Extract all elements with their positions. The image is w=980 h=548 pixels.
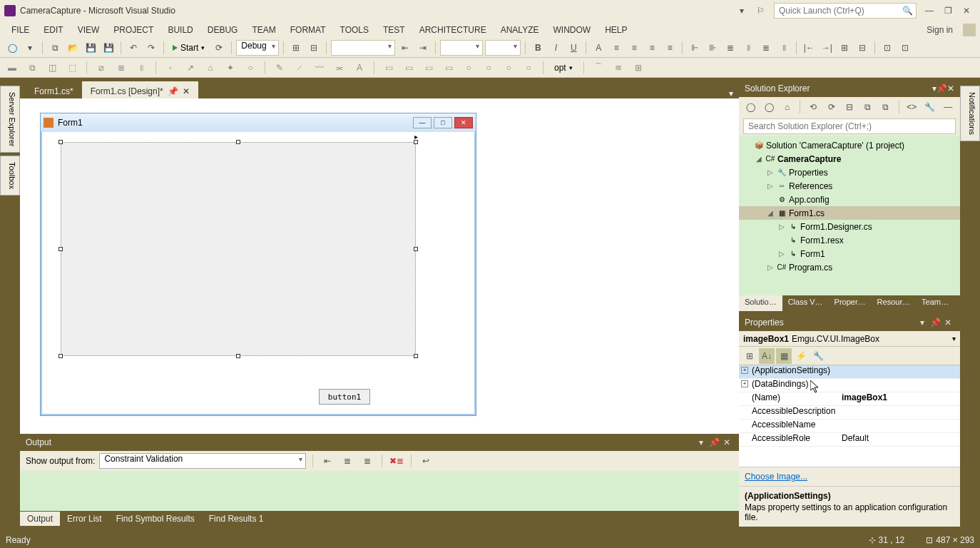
t2-19[interactable]: ▭ xyxy=(401,60,417,76)
se-collapse-icon[interactable]: ⊟ xyxy=(842,99,857,115)
se-tab-4[interactable]: Team… xyxy=(916,295,954,311)
t2-16[interactable]: ⫘ xyxy=(332,60,347,76)
tree-item-4[interactable]: ⚙App.config xyxy=(739,193,960,206)
layout-icon-2[interactable]: ⊪ xyxy=(705,40,720,56)
button1-control[interactable]: button1 xyxy=(319,389,370,405)
config-combo[interactable]: Debug xyxy=(236,40,279,56)
se-showall-icon[interactable]: ⧉ xyxy=(860,99,875,115)
server-explorer-tab[interactable]: Server Explorer xyxy=(0,86,20,153)
se-pin-icon[interactable]: 📌 xyxy=(936,83,947,93)
prop-row-0[interactable]: +(ApplicationSettings) xyxy=(739,365,960,379)
imagebox-control[interactable]: ▸ xyxy=(61,142,416,356)
tree-item-1[interactable]: ◢C#CameraCapture xyxy=(739,152,960,166)
menu-help[interactable]: HELP xyxy=(598,24,634,36)
t2-24[interactable]: ○ xyxy=(501,60,516,76)
t2-7[interactable]: ⫴ xyxy=(133,60,149,76)
menu-build[interactable]: BUILD xyxy=(160,24,200,36)
layout-icon-11[interactable]: ⊡ xyxy=(879,40,895,56)
layout-icon-4[interactable]: ⫴ xyxy=(740,40,756,56)
doc-tab-0[interactable]: Form1.cs* xyxy=(26,81,82,98)
t2-13[interactable]: ✎ xyxy=(272,60,287,76)
bottom-tab-output[interactable]: Output xyxy=(20,512,60,526)
menu-tools[interactable]: TOOLS xyxy=(333,24,376,36)
t2-27[interactable]: ≋ xyxy=(611,60,626,76)
doc-tab-1[interactable]: Form1.cs [Design]*📌✕ xyxy=(82,81,198,98)
se-tab-2[interactable]: Proper… xyxy=(829,295,872,311)
underline-icon[interactable]: U xyxy=(566,40,581,56)
bottom-tab-error-list[interactable]: Error List xyxy=(60,512,109,526)
search-icon[interactable]: 🔍 xyxy=(902,6,913,16)
t2-21[interactable]: ▭ xyxy=(441,60,456,76)
se-tab-3[interactable]: Resour… xyxy=(872,295,916,311)
se-sync-icon[interactable]: ⟲ xyxy=(805,99,820,115)
t2-4[interactable]: ⬚ xyxy=(64,60,80,76)
user-avatar-icon[interactable] xyxy=(963,24,976,36)
layout-icon-7[interactable]: |← xyxy=(801,40,817,56)
feedback-icon[interactable]: ▾ xyxy=(734,3,750,19)
panel-pin-icon[interactable]: 📌 xyxy=(708,436,720,449)
form-designer-window[interactable]: Form1 — □ ✕ ▸ xyxy=(40,113,476,416)
props-categorized-icon[interactable]: ⊞ xyxy=(742,348,757,364)
new-project-icon[interactable]: ⧉ xyxy=(47,40,63,56)
save-all-icon[interactable]: 💾 xyxy=(101,40,116,56)
undo-icon[interactable]: ↶ xyxy=(126,40,141,56)
notifications-tab[interactable]: Notifications xyxy=(960,86,980,141)
t2-5[interactable]: ⧄ xyxy=(93,60,109,76)
layout-icon-9[interactable]: ⊞ xyxy=(837,40,852,56)
tb-combo-2[interactable] xyxy=(440,40,483,56)
solution-explorer-tree[interactable]: 📦Solution 'CameraCapture' (1 project)◢C#… xyxy=(739,136,960,295)
italic-icon[interactable]: I xyxy=(548,40,563,56)
tb-icon-c[interactable]: ⇤ xyxy=(397,40,413,56)
restore-button[interactable]: ❐ xyxy=(939,4,957,18)
layout-icon-3[interactable]: ≣ xyxy=(723,40,738,56)
align-left-icon[interactable]: ≡ xyxy=(608,40,624,56)
save-icon[interactable]: 💾 xyxy=(83,40,98,56)
layout-icon-8[interactable]: →| xyxy=(819,40,834,56)
tb-combo-3[interactable] xyxy=(485,40,521,56)
output-source-combo[interactable]: Constraint Validation xyxy=(99,453,306,469)
menu-edit[interactable]: EDIT xyxy=(36,24,70,36)
tree-item-7[interactable]: ↳Form1.resx xyxy=(739,233,960,247)
se-more-icon[interactable]: — xyxy=(940,99,955,115)
layout-icon-1[interactable]: ⊩ xyxy=(687,40,703,56)
t2-11[interactable]: ✦ xyxy=(223,60,238,76)
minimize-button[interactable]: — xyxy=(920,4,939,18)
nav-back-button[interactable]: ◯ xyxy=(4,40,20,56)
se-back-icon[interactable]: ◯ xyxy=(743,99,758,115)
props-props-icon[interactable]: ▦ xyxy=(776,348,792,364)
t2-23[interactable]: ○ xyxy=(481,60,496,76)
menu-test[interactable]: TEST xyxy=(376,24,412,36)
browser-link-refresh-icon[interactable]: ⟳ xyxy=(211,40,227,56)
menu-file[interactable]: FILE xyxy=(4,24,36,36)
props-pin-icon[interactable]: 📌 xyxy=(929,316,941,329)
t2-20[interactable]: ▭ xyxy=(421,60,437,76)
menu-view[interactable]: VIEW xyxy=(71,24,107,36)
tree-item-2[interactable]: ▷🔧Properties xyxy=(739,166,960,179)
t2-22[interactable]: ○ xyxy=(461,60,476,76)
t2-25[interactable]: ○ xyxy=(521,60,536,76)
t2-8[interactable]: ◦ xyxy=(163,60,178,76)
doc-tabs-dropdown-icon[interactable]: ▾ xyxy=(723,88,739,98)
layout-icon-5[interactable]: ≣ xyxy=(758,40,774,56)
props-close-icon[interactable]: ✕ xyxy=(941,316,954,329)
menu-debug[interactable]: DEBUG xyxy=(200,24,245,36)
t2-3[interactable]: ◫ xyxy=(44,60,60,76)
layout-icon-10[interactable]: ⊟ xyxy=(854,40,870,56)
tb-icon-a[interactable]: ⊞ xyxy=(288,40,304,56)
opt-button[interactable]: opt▾ xyxy=(550,60,577,76)
props-events-icon[interactable]: ⚡ xyxy=(793,348,809,364)
out-btn-3[interactable]: ≣ xyxy=(359,453,375,469)
toolbox-tab[interactable]: Toolbox xyxy=(0,156,20,196)
se-wrench-icon[interactable]: 🔧 xyxy=(922,99,937,115)
prop-row-4[interactable]: AccessibleName xyxy=(739,420,960,433)
props-pages-icon[interactable]: 🔧 xyxy=(810,348,826,364)
designer-surface[interactable]: Form1 — □ ✕ ▸ xyxy=(20,98,739,434)
t2-1[interactable]: ▬ xyxy=(4,60,20,76)
menu-team[interactable]: TEAM xyxy=(245,24,282,36)
nav-fwd-button[interactable]: ▾ xyxy=(22,40,38,56)
tree-item-3[interactable]: ▷▫▫References xyxy=(739,179,960,193)
smart-tag-icon[interactable]: ▸ xyxy=(414,133,418,141)
doc-tab-pin-icon[interactable]: 📌 xyxy=(168,86,178,96)
tree-item-0[interactable]: 📦Solution 'CameraCapture' (1 project) xyxy=(739,138,960,152)
align-center-icon[interactable]: ≡ xyxy=(626,40,642,56)
